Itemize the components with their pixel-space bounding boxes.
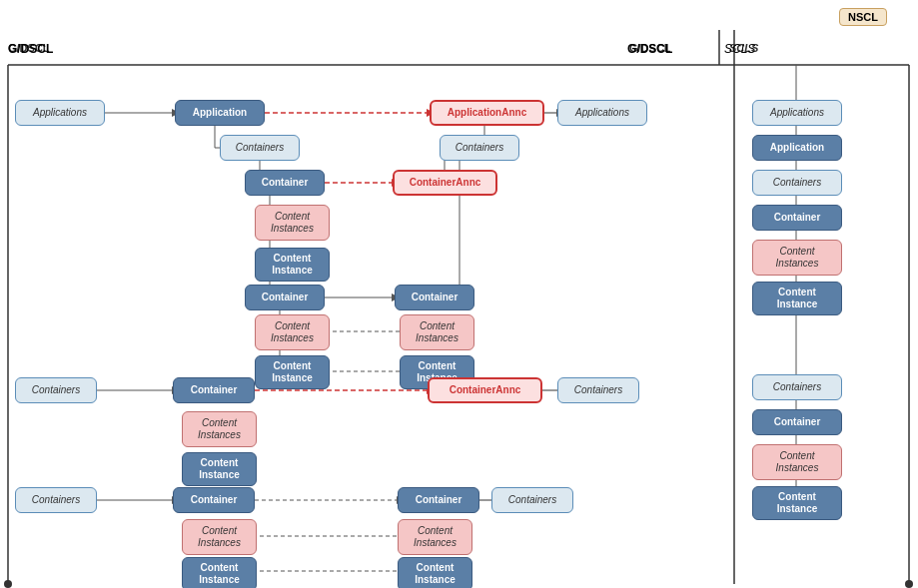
content-instance-n29: ContentInstance — [182, 557, 257, 588]
rn1-applications: Applications — [752, 100, 842, 126]
diagram: NSCL G/DSCL G/DSCL SCLS ApplicationAnnc … — [0, 0, 918, 588]
container-n11: Container — [245, 285, 325, 310]
container-annc-n19: ContainerAnnc — [428, 377, 542, 403]
rn7-containers: Containers — [752, 374, 842, 400]
header-scls: SCLS — [724, 42, 755, 56]
content-instances-n28: ContentInstances — [398, 519, 472, 555]
header-gdscl-left: G/DSCL — [8, 42, 53, 56]
containers-n17: Containers — [15, 377, 97, 403]
content-instances-n21: ContentInstances — [182, 411, 257, 447]
rn8-container: Container — [752, 409, 842, 435]
svg-point-2 — [4, 580, 12, 588]
container-n24: Container — [173, 487, 255, 513]
containers-n26: Containers — [491, 487, 573, 513]
content-instances-n13: ContentInstances — [255, 314, 330, 350]
container-n7: Container — [245, 170, 325, 196]
content-instance-n15: ContentInstance — [255, 355, 330, 389]
rn5-content-instances: ContentInstances — [752, 240, 842, 276]
containers-n5: Containers — [220, 135, 300, 161]
rn9-content-instances: ContentInstances — [752, 444, 842, 480]
rn4-container: Container — [752, 205, 842, 231]
nscl-label: NSCL — [839, 8, 887, 26]
application-node: Application — [175, 100, 265, 126]
containers-n6: Containers — [440, 135, 519, 161]
container-n25: Container — [398, 487, 479, 513]
content-instances-n27: ContentInstances — [182, 519, 257, 555]
content-instances-n9: ContentInstances — [255, 205, 330, 241]
svg-point-3 — [905, 580, 913, 588]
header-gdscl-right: G/DSCL — [627, 42, 672, 56]
applications-right: Applications — [557, 100, 647, 126]
containers-n23: Containers — [15, 487, 97, 513]
content-instance-n22: ContentInstance — [182, 452, 257, 486]
container-n12: Container — [395, 285, 474, 310]
application-annc-node: ApplicationAnnc — [430, 100, 544, 126]
rn6-content-instance: ContentInstance — [752, 282, 842, 315]
container-annc-n8: ContainerAnnc — [393, 170, 497, 196]
content-instance-n30: ContentInstance — [398, 557, 472, 588]
applications-left: Applications — [15, 100, 105, 126]
content-instance-n10: ContentInstance — [255, 248, 330, 282]
containers-n20: Containers — [557, 377, 639, 403]
container-n18: Container — [173, 377, 255, 403]
rn10-content-instance: ContentInstance — [752, 486, 842, 520]
content-instances-n14: ContentInstances — [400, 314, 474, 350]
rn3-containers: Containers — [752, 170, 842, 196]
rn2-application: Application — [752, 135, 842, 161]
